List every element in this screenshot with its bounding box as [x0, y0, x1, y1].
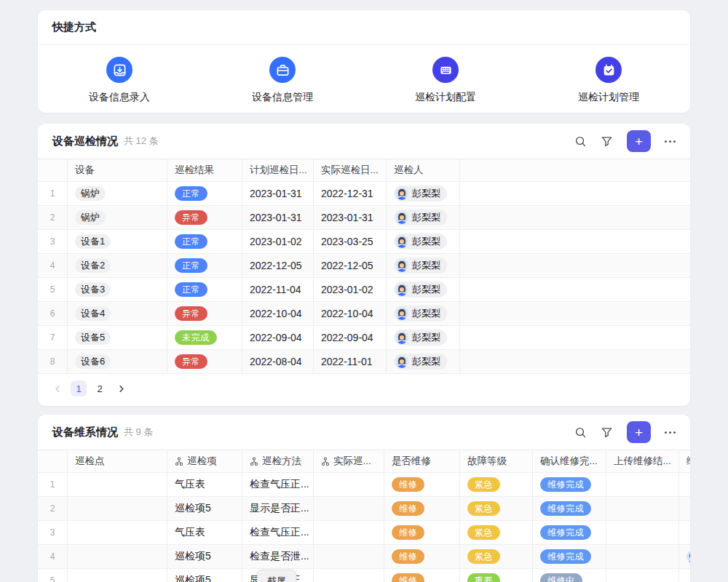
inspector-cell[interactable]: 彭梨梨 [387, 278, 460, 301]
result-cell[interactable]: 正常 [167, 254, 242, 277]
device-cell[interactable]: 设备5 [68, 326, 167, 349]
actual-date-cell[interactable]: 2023-01-02 [314, 278, 387, 301]
table-row[interactable]: 3 设备1 正常 2023-01-02 2023-03-25 [38, 230, 690, 254]
header-result[interactable]: 巡检结果 [167, 159, 242, 181]
shortcut-plan-config[interactable]: 巡检计划配置 [364, 57, 527, 104]
actual-date-cell[interactable]: 2022-10-04 [314, 302, 387, 325]
search-icon[interactable] [574, 135, 587, 148]
level-cell[interactable]: 紧急 [460, 473, 533, 496]
repair-cell[interactable]: 维修 [384, 545, 460, 568]
upload-cell[interactable] [606, 473, 679, 496]
result-cell[interactable]: 异常 [167, 302, 242, 325]
item-cell[interactable]: 气压表 [167, 521, 242, 544]
prev-page-icon[interactable] [50, 380, 66, 396]
point-cell[interactable] [68, 545, 167, 568]
inspector-cell[interactable]: 彭梨梨 [387, 326, 460, 349]
table-row[interactable]: 6 设备4 异常 2022-10-04 2022-10-04 [38, 302, 690, 326]
more-icon[interactable] [665, 431, 676, 434]
device-cell[interactable]: 锅炉 [68, 206, 167, 229]
table-row[interactable]: 7 设备5 未完成 2022-09-04 2022-09-04 [38, 326, 690, 350]
table-row[interactable]: 5 巡检项5 显示是否正... 维修 重要 维修中 [38, 569, 690, 582]
repair-cell[interactable]: 维修 [384, 569, 460, 582]
inspector-cell[interactable]: 彭梨梨 [387, 350, 460, 373]
device-cell[interactable]: 设备4 [68, 302, 167, 325]
method-cell[interactable]: 检查气压正... [242, 521, 314, 544]
actual-cell[interactable] [314, 545, 384, 568]
actual-date-cell[interactable]: 2022-12-05 [314, 254, 387, 277]
last-cell[interactable] [679, 521, 690, 544]
header-actual[interactable]: 实际巡... [314, 450, 384, 472]
plan-date-cell[interactable]: 2022-09-04 [242, 326, 314, 349]
filter-icon[interactable] [601, 426, 613, 439]
item-cell[interactable]: 气压表 [167, 473, 242, 496]
header-plan-date[interactable]: 计划巡检日... [242, 159, 314, 181]
actual-cell[interactable] [314, 473, 384, 496]
page-2-button[interactable]: 2 [92, 380, 108, 396]
actual-date-cell[interactable]: 2023-03-25 [314, 230, 387, 253]
filter-icon[interactable] [601, 135, 613, 148]
confirm-cell[interactable]: 维修完成 [533, 545, 606, 568]
add-record-button[interactable]: + [627, 130, 651, 152]
item-cell[interactable]: 巡检项5 [167, 569, 242, 582]
point-cell[interactable] [68, 569, 167, 582]
device-cell[interactable]: 锅炉 [68, 182, 167, 205]
result-cell[interactable]: 正常 [167, 230, 242, 253]
table-row[interactable]: 2 巡检项5 显示是否正... 维修 紧急 维修完成 [38, 497, 690, 521]
actual-date-cell[interactable]: 2022-12-31 [314, 182, 387, 205]
inspector-cell[interactable]: 彭梨梨 [387, 206, 460, 229]
device-cell[interactable]: 设备3 [68, 278, 167, 301]
actual-date-cell[interactable]: 2022-11-01 [314, 350, 387, 373]
plan-date-cell[interactable]: 2022-08-04 [242, 350, 314, 373]
table-row[interactable]: 8 设备6 异常 2022-08-04 2022-11-01 [38, 350, 690, 374]
point-cell[interactable] [68, 473, 167, 496]
result-cell[interactable]: 异常 [167, 206, 242, 229]
header-clipped[interactable]: 维 [679, 450, 690, 472]
plan-date-cell[interactable]: 2022-10-04 [242, 302, 314, 325]
last-cell[interactable] [679, 497, 690, 520]
shortcut-device-manage[interactable]: 设备信息管理 [201, 57, 364, 104]
device-cell[interactable]: 设备2 [68, 254, 167, 277]
confirm-cell[interactable]: 维修完成 [533, 473, 606, 496]
result-cell[interactable]: 未完成 [167, 326, 242, 349]
upload-cell[interactable] [606, 521, 679, 544]
table-row[interactable]: 2 锅炉 异常 2023-01-31 2023-01-31 [38, 206, 690, 230]
header-method[interactable]: 巡检方法 [242, 450, 314, 472]
header-actual-date[interactable]: 实际巡检日... [314, 159, 387, 181]
table-row[interactable]: 1 锅炉 正常 2023-01-31 2022-12-31 [38, 182, 690, 206]
level-cell[interactable]: 重要 [460, 569, 533, 582]
last-cell[interactable] [679, 473, 690, 496]
plan-date-cell[interactable]: 2023-01-31 [242, 182, 314, 205]
result-cell[interactable]: 正常 [167, 182, 242, 205]
plan-date-cell[interactable]: 2022-12-05 [242, 254, 314, 277]
upload-cell[interactable] [606, 497, 679, 520]
level-cell[interactable]: 紧急 [460, 497, 533, 520]
header-upload[interactable]: 上传维修结... [606, 450, 679, 472]
last-cell[interactable] [679, 569, 690, 582]
method-cell[interactable]: 检查气压正... [242, 473, 314, 496]
next-page-icon[interactable] [113, 380, 129, 396]
method-cell[interactable]: 检查是否泄... [242, 545, 314, 568]
device-cell[interactable]: 设备1 [68, 230, 167, 253]
header-confirm[interactable]: 确认维修完... [533, 450, 606, 472]
upload-cell[interactable] [606, 569, 679, 582]
device-cell[interactable]: 设备6 [68, 350, 167, 373]
header-level[interactable]: 故障等级 [460, 450, 533, 472]
repair-cell[interactable]: 维修 [384, 473, 460, 496]
level-cell[interactable]: 紧急 [460, 545, 533, 568]
table-row[interactable]: 5 设备3 正常 2022-11-04 2023-01-02 [38, 278, 690, 302]
header-point[interactable]: 巡检点 [68, 450, 167, 472]
search-icon[interactable] [574, 426, 587, 439]
result-cell[interactable]: 正常 [167, 278, 242, 301]
plan-date-cell[interactable]: 2022-11-04 [242, 278, 314, 301]
table-row[interactable]: 1 气压表 检查气压正... 维修 紧急 维修完成 [38, 473, 690, 497]
method-cell[interactable]: 显示是否正... [242, 497, 314, 520]
item-cell[interactable]: 巡检项5 [167, 497, 242, 520]
inspector-cell[interactable]: 彭梨梨 [387, 230, 460, 253]
item-cell[interactable]: 巡检项5 [167, 545, 242, 568]
repair-cell[interactable]: 维修 [384, 521, 460, 544]
shortcut-device-entry[interactable]: 设备信息录入 [38, 57, 201, 104]
table-row[interactable]: 4 巡检项5 检查是否泄... 维修 紧急 维修完成 [38, 545, 690, 569]
plan-date-cell[interactable]: 2023-01-31 [242, 206, 314, 229]
page-1-button[interactable]: 1 [71, 380, 87, 396]
repair-cell[interactable]: 维修 [384, 497, 460, 520]
